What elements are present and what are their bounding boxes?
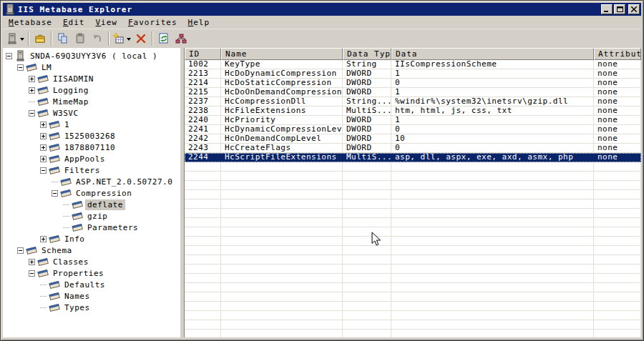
collapse-icon[interactable]: [6, 53, 12, 59]
close-button[interactable]: [628, 4, 640, 14]
table-row-2238[interactable]: 2238HcFileExtensionsMultiS...htm, html, …: [185, 107, 641, 116]
table-row-empty[interactable]: [185, 292, 641, 302]
refresh-button[interactable]: [155, 31, 172, 46]
table-row-empty[interactable]: [185, 246, 641, 255]
cell-id: 2241: [185, 125, 221, 134]
connect-server-button[interactable]: [5, 31, 26, 46]
tree-node-mimemap[interactable]: MimeMap: [3, 96, 180, 107]
tree-node-1[interactable]: 1: [3, 119, 180, 130]
table-row-2213[interactable]: 2213HcDoDynamicCompressionDWORD1none: [185, 69, 641, 79]
table-row-empty[interactable]: [185, 311, 641, 320]
open-button[interactable]: [31, 31, 49, 46]
window-title: IIS Metabase Explorer: [18, 5, 132, 14]
tree-node-1878807110[interactable]: 1878807110: [3, 142, 180, 153]
tree-node-deflate[interactable]: deflate: [3, 199, 180, 210]
table-row-2240[interactable]: 2240HcPriorityDWORD1none: [185, 116, 641, 125]
menu-item-edit[interactable]: Edit: [58, 16, 91, 29]
table-row-empty[interactable]: [185, 181, 641, 190]
copy-button[interactable]: [54, 31, 72, 46]
table-row-empty[interactable]: [185, 274, 641, 283]
table-row-2241[interactable]: 2241HcDynamicCompressionLevelDWORD0none: [185, 125, 641, 134]
tree-node-parameters[interactable]: Parameters: [3, 222, 180, 233]
hierarchy-view-button[interactable]: [172, 31, 190, 46]
expand-icon[interactable]: [40, 133, 47, 139]
table-row-2214[interactable]: 2214HcDoStaticCompressionDWORD0none: [185, 79, 641, 88]
table-row-2237[interactable]: 2237HcCompressionDllString...%windir%\sy…: [185, 97, 641, 107]
tree-node-gzip[interactable]: gzip: [3, 210, 180, 222]
tree-node-filters[interactable]: Filters: [3, 164, 180, 176]
table-row-empty[interactable]: [185, 218, 641, 227]
table-row-2242[interactable]: 2242HcOnDemandCompLevelDWORD10none: [185, 134, 641, 144]
table-row-2243[interactable]: 2243HcCreateFlagsDWORD0none: [185, 144, 641, 153]
collapse-icon[interactable]: [29, 110, 35, 117]
expand-icon[interactable]: [40, 122, 47, 128]
table-row-empty[interactable]: [185, 283, 641, 292]
panel-splitter[interactable]: [180, 48, 185, 337]
expand-icon[interactable]: [40, 236, 47, 242]
paste-button[interactable]: [72, 31, 89, 46]
tree-node-asp-net-2-0-50727-0[interactable]: ASP.NET_2.0.50727.0: [3, 176, 180, 187]
table-row-empty[interactable]: [185, 330, 641, 337]
tree-node-defaults[interactable]: Defaults: [3, 279, 180, 290]
tree-node-properties[interactable]: Properties: [3, 267, 180, 279]
table-row-2244[interactable]: 2244HcScriptFileExtensionsMultiS...asp, …: [185, 153, 641, 162]
table-row-empty[interactable]: [185, 255, 641, 265]
tree-node-1525003268[interactable]: 1525003268: [3, 130, 180, 142]
collapse-icon[interactable]: [52, 190, 58, 197]
delete-button[interactable]: [132, 31, 150, 46]
table-body: 1002KeyTypeStringIIsCompressionSchemenon…: [185, 60, 641, 337]
new-key-button[interactable]: [112, 31, 132, 46]
table-row-1002[interactable]: 1002KeyTypeStringIIsCompressionSchemenon…: [185, 60, 641, 69]
maximize-button[interactable]: [614, 4, 625, 14]
collapse-icon[interactable]: [40, 167, 47, 174]
tree-node-classes[interactable]: Classes: [3, 256, 180, 267]
tree-node-info[interactable]: Info: [3, 233, 180, 244]
minimize-button[interactable]: [601, 4, 613, 14]
key-icon: [49, 279, 60, 290]
expand-icon[interactable]: [29, 259, 35, 265]
column-header-attributes[interactable]: Attributes: [594, 48, 641, 60]
table-row-empty[interactable]: [185, 302, 641, 311]
tree-node-apppools[interactable]: AppPools: [3, 153, 180, 164]
tree-node-types[interactable]: Types: [3, 302, 180, 313]
tree-node-snda-69q3uyy3v6-local[interactable]: SNDA-69Q3UYY3V6 ( local ): [3, 50, 180, 61]
table-row-2215[interactable]: 2215HcDoOnDemandCompressionDWORD1none: [185, 88, 641, 97]
menu-item-metabase[interactable]: Metabase: [4, 16, 58, 29]
cell-name: [221, 172, 343, 181]
table-row-empty[interactable]: [185, 209, 641, 218]
expand-icon[interactable]: [29, 76, 35, 82]
cell-data: [391, 237, 594, 246]
table-row-empty[interactable]: [185, 199, 641, 209]
table-row-empty[interactable]: [185, 162, 641, 172]
column-header-data[interactable]: Data: [391, 48, 594, 60]
dropdown-arrow-icon[interactable]: [20, 38, 24, 43]
column-header-id[interactable]: ID: [185, 48, 221, 60]
table-row-empty[interactable]: [185, 237, 641, 246]
expand-icon[interactable]: [29, 87, 35, 94]
tree-node-iisadmin[interactable]: IISADMIN: [3, 73, 180, 84]
menu-item-help[interactable]: Help: [183, 16, 216, 29]
collapse-icon[interactable]: [29, 270, 35, 277]
undo-button[interactable]: [89, 31, 106, 46]
menu-item-view[interactable]: View: [90, 16, 123, 29]
dropdown-arrow-icon[interactable]: [127, 38, 131, 43]
expand-icon[interactable]: [40, 144, 47, 151]
collapse-icon[interactable]: [17, 64, 24, 71]
table-row-empty[interactable]: [185, 265, 641, 274]
tree-node-compression[interactable]: Compression: [3, 187, 180, 199]
collapse-icon[interactable]: [17, 247, 24, 254]
table-row-empty[interactable]: [185, 190, 641, 199]
column-header-name[interactable]: Name: [221, 48, 343, 60]
key-icon: [72, 210, 83, 222]
tree-node-names[interactable]: Names: [3, 290, 180, 302]
table-row-empty[interactable]: [185, 172, 641, 181]
table-row-empty[interactable]: [185, 227, 641, 237]
expand-icon[interactable]: [40, 156, 47, 162]
tree-node-logging[interactable]: Logging: [3, 84, 180, 96]
tree-node-schema[interactable]: Schema: [3, 244, 180, 256]
tree-node-lm[interactable]: LM: [3, 61, 180, 73]
column-header-data-type[interactable]: Data Type: [343, 48, 391, 60]
menu-item-favorites[interactable]: Favorites: [123, 16, 183, 29]
tree-node-w3svc[interactable]: W3SVC: [3, 107, 180, 119]
table-row-empty[interactable]: [185, 320, 641, 330]
